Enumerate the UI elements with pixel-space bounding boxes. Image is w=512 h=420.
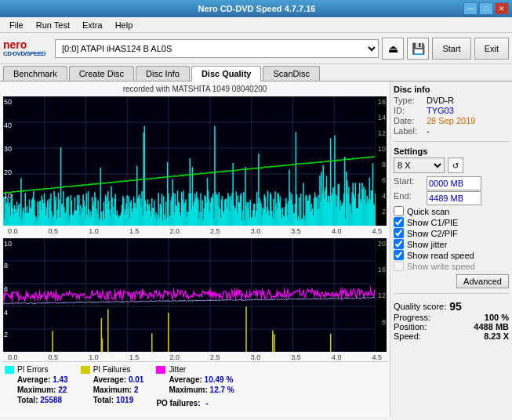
quality-score-row: Quality score: 95 xyxy=(394,300,509,313)
menu-run-test[interactable]: Run Test xyxy=(30,19,76,31)
pi-errors-avg-label: Average: xyxy=(17,375,50,384)
disc-type-label: Type: xyxy=(394,96,423,105)
nero-logo: nero CD·DVD/SPEED xyxy=(3,39,45,57)
show-c1pie-label: Show C1/PIE xyxy=(407,218,458,227)
quality-score-val: 95 xyxy=(449,300,462,313)
pi-failures-total-val: 1019 xyxy=(116,396,133,404)
show-c2pif-row: Show C2/PIF xyxy=(394,228,509,238)
y-right-6: 6 xyxy=(382,176,386,184)
tab-benchmark[interactable]: Benchmark xyxy=(3,66,67,81)
disc-info-section: Disc info Type: DVD-R ID: TYG03 Date: 28… xyxy=(394,85,509,136)
y-right-4: 4 xyxy=(382,192,386,200)
show-jitter-checkbox[interactable] xyxy=(394,239,404,249)
menu-extra[interactable]: Extra xyxy=(76,19,109,31)
eject-button[interactable]: ⏏ xyxy=(382,38,404,60)
jitter-title: Jitter xyxy=(169,365,186,374)
position-row: Position: 4488 MB xyxy=(394,322,509,331)
y-right-10: 10 xyxy=(378,145,386,153)
end-mb-input[interactable] xyxy=(427,191,481,205)
drive-select[interactable]: [0:0] ATAPI iHAS124 B AL0S xyxy=(55,39,379,58)
show-c1pie-checkbox[interactable] xyxy=(394,217,404,227)
end-label: End: xyxy=(394,191,423,205)
show-write-speed-row: Show write speed xyxy=(394,261,509,271)
pi-failures-title: PI Failures xyxy=(93,365,131,374)
y-left-50: 50 xyxy=(4,98,12,106)
speed-label2: Speed: xyxy=(394,331,421,341)
chart-title: recorded with MATSHITA 1049 08040200 xyxy=(2,83,388,95)
end-mb-row: End: xyxy=(394,191,509,205)
save-button[interactable]: 💾 xyxy=(407,38,429,60)
jitter-avg-val: 10.49 % xyxy=(205,375,234,384)
advanced-button[interactable]: Advanced xyxy=(456,274,509,288)
toolbar: nero CD·DVD/SPEED [0:0] ATAPI iHAS124 B … xyxy=(0,33,512,64)
y2-right-16: 16 xyxy=(378,266,386,273)
jitter-max-label: Maximum: xyxy=(169,386,207,394)
legend-pi-errors: PI Errors Average: 1.43 Maximum: 22 Tota… xyxy=(5,365,68,407)
refresh-button[interactable]: ↺ xyxy=(448,158,463,173)
y-left-10: 10 xyxy=(4,192,12,200)
progress-row: Progress: 100 % xyxy=(394,313,509,322)
disc-date-label: Date: xyxy=(394,116,423,125)
upper-x-labels: 0.00.51.01.52.02.53.03.54.04.5 xyxy=(2,227,388,235)
tab-disc-info[interactable]: Disc Info xyxy=(136,66,190,81)
y2-right-12: 12 xyxy=(378,291,386,299)
pi-failures-max-label: Maximum: xyxy=(93,386,132,394)
tab-disc-quality[interactable]: Disc Quality xyxy=(191,66,262,81)
y2-left-6: 6 xyxy=(4,285,8,293)
quick-scan-checkbox[interactable] xyxy=(394,206,404,216)
disc-type-val: DVD-R xyxy=(427,96,454,105)
position-val: 4488 MB xyxy=(474,322,509,331)
y-right-16: 16 xyxy=(378,98,386,106)
tab-scandisc[interactable]: ScanDisc xyxy=(263,66,319,81)
speed-val2: 8.23 X xyxy=(484,331,509,341)
y-left-30: 30 xyxy=(4,145,12,153)
progress-label: Progress: xyxy=(394,313,430,322)
pi-failures-avg-val: 0.01 xyxy=(129,375,143,384)
pi-errors-avg-val: 1.43 xyxy=(53,375,67,384)
chart-area: recorded with MATSHITA 1049 08040200 50 … xyxy=(0,81,390,417)
pi-failures-color xyxy=(81,366,90,374)
tab-bar: Benchmark Create Disc Disc Info Disc Qua… xyxy=(0,64,512,81)
disc-id-label: ID: xyxy=(394,106,423,115)
pi-errors-title: PI Errors xyxy=(17,365,48,374)
show-c1pie-row: Show C1/PIE xyxy=(394,217,509,227)
quick-scan-row: Quick scan xyxy=(394,206,509,216)
show-read-speed-checkbox[interactable] xyxy=(394,250,404,260)
disc-date-val: 28 Sep 2019 xyxy=(427,116,475,125)
menu-file[interactable]: File xyxy=(3,19,30,31)
menu-help[interactable]: Help xyxy=(109,19,140,31)
speed-row: 8 X ↺ xyxy=(394,158,509,173)
tab-create-disc[interactable]: Create Disc xyxy=(69,66,134,81)
quality-score-label: Quality score: xyxy=(394,302,446,311)
y-right-14: 14 xyxy=(378,114,386,121)
close-button[interactable]: ✕ xyxy=(495,2,509,15)
speed-row2: Speed: 8.23 X xyxy=(394,331,509,341)
y-left-20: 20 xyxy=(4,168,12,176)
progress-val: 100 % xyxy=(485,313,509,322)
y2-left-4: 4 xyxy=(4,309,8,317)
start-button[interactable]: Start xyxy=(432,38,470,60)
start-mb-input[interactable] xyxy=(427,176,481,190)
logo-cdspeed: CD·DVD/SPEED xyxy=(3,50,45,57)
quality-section: Quality score: 95 Progress: 100 % Positi… xyxy=(394,299,509,341)
exit-button[interactable]: Exit xyxy=(474,38,509,60)
y2-left-10: 10 xyxy=(4,240,12,248)
pi-errors-max-val: 22 xyxy=(58,386,67,394)
disc-id-val: TYG03 xyxy=(427,106,454,115)
lower-x-labels: 0.00.51.01.52.02.53.03.54.04.5 xyxy=(2,353,388,361)
maximize-button[interactable]: □ xyxy=(479,2,493,15)
show-jitter-label: Show jitter xyxy=(407,240,447,249)
speed-select[interactable]: 8 X xyxy=(394,158,445,173)
title-bar: Nero CD-DVD Speed 4.7.7.16 — □ ✕ xyxy=(0,0,512,17)
pi-errors-max-label: Maximum: xyxy=(17,386,56,394)
settings-title: Settings xyxy=(394,147,509,156)
minimize-button[interactable]: — xyxy=(463,2,478,15)
show-c2pif-checkbox[interactable] xyxy=(394,228,404,238)
disc-label-row: Label: - xyxy=(394,126,509,136)
y-right-12: 12 xyxy=(378,129,386,137)
y2-left-8: 8 xyxy=(4,262,8,270)
disc-label-label: Label: xyxy=(394,126,423,136)
pi-errors-total-label: Total: xyxy=(17,396,38,404)
logo-nero: nero xyxy=(3,39,27,50)
show-write-speed-checkbox[interactable] xyxy=(394,261,404,271)
